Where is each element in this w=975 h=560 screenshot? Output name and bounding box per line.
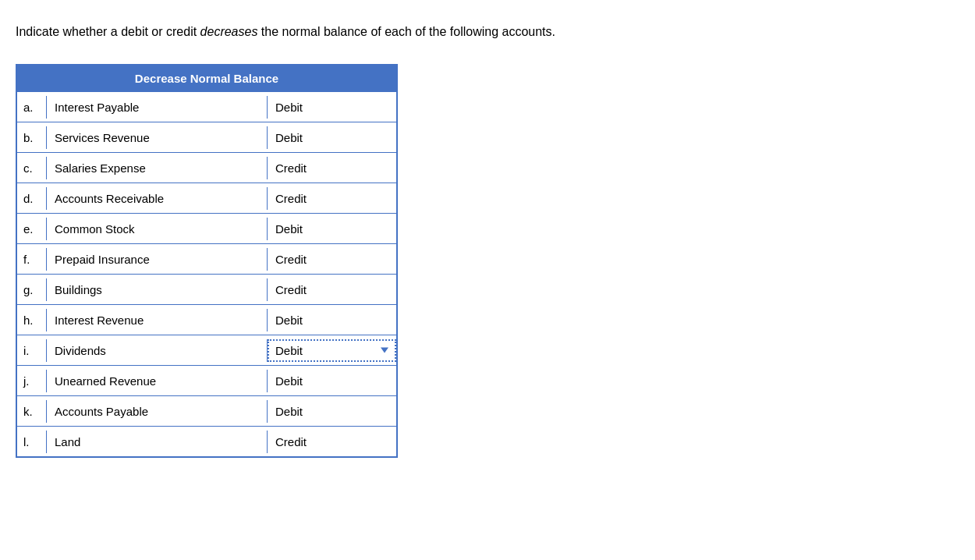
row-letter: d. <box>17 187 47 210</box>
row-value[interactable]: Debit <box>268 339 396 362</box>
question-italic: decreases <box>200 25 258 38</box>
row-letter: h. <box>17 309 47 331</box>
row-account: Accounts Receivable <box>47 187 268 210</box>
question-text-after: the normal balance of each of the follow… <box>257 25 555 38</box>
row-account: Salaries Expense <box>47 157 268 179</box>
row-letter: f. <box>17 248 47 271</box>
table-row: a.Interest PayableDebit <box>17 91 396 122</box>
row-value: Credit <box>268 187 396 210</box>
table-row: f.Prepaid InsuranceCredit <box>17 243 396 274</box>
chevron-down-icon <box>381 348 388 353</box>
row-account: Dividends <box>47 339 268 362</box>
row-value: Debit <box>268 126 396 149</box>
row-letter: j. <box>17 370 47 392</box>
row-account: Buildings <box>47 278 268 301</box>
table-row: c.Salaries ExpenseCredit <box>17 152 396 183</box>
row-letter: a. <box>17 96 47 119</box>
row-value: Debit <box>268 370 396 392</box>
table-row: i.DividendsDebit <box>17 335 396 365</box>
row-letter: c. <box>17 157 47 179</box>
table-row: b.Services RevenueDebit <box>17 122 396 152</box>
table-row: e.Common StockDebit <box>17 213 396 243</box>
table-row: l.LandCredit <box>17 426 396 456</box>
accounts-table: Decrease Normal Balance a.Interest Payab… <box>16 64 398 458</box>
row-letter: b. <box>17 126 47 149</box>
table-row: d.Accounts ReceivableCredit <box>17 183 396 213</box>
row-account: Prepaid Insurance <box>47 248 268 271</box>
row-letter: k. <box>17 400 47 423</box>
table-row: g.BuildingsCredit <box>17 274 396 304</box>
table-row: k.Accounts PayableDebit <box>17 395 396 426</box>
table-header: Decrease Normal Balance <box>17 66 396 91</box>
row-value: Debit <box>268 400 396 423</box>
row-letter: g. <box>17 278 47 301</box>
row-account: Common Stock <box>47 218 268 240</box>
row-value: Credit <box>268 431 396 453</box>
row-account: Services Revenue <box>47 126 268 149</box>
row-letter: i. <box>17 339 47 362</box>
row-letter: e. <box>17 218 47 240</box>
row-value: Credit <box>268 278 396 301</box>
row-account: Interest Payable <box>47 96 268 119</box>
question-text-before: Indicate whether a debit or credit <box>16 25 200 38</box>
row-value: Debit <box>268 96 396 119</box>
question-text: Indicate whether a debit or credit decre… <box>16 23 959 41</box>
row-account: Land <box>47 431 268 453</box>
row-value: Credit <box>268 157 396 179</box>
table-body: a.Interest PayableDebitb.Services Revenu… <box>17 91 396 456</box>
table-row: j.Unearned RevenueDebit <box>17 365 396 395</box>
row-account: Interest Revenue <box>47 309 268 331</box>
row-account: Unearned Revenue <box>47 370 268 392</box>
row-account: Accounts Payable <box>47 400 268 423</box>
row-value: Credit <box>268 248 396 271</box>
row-value: Debit <box>268 218 396 240</box>
table-row: h.Interest RevenueDebit <box>17 304 396 335</box>
row-letter: l. <box>17 431 47 453</box>
row-value: Debit <box>268 309 396 331</box>
